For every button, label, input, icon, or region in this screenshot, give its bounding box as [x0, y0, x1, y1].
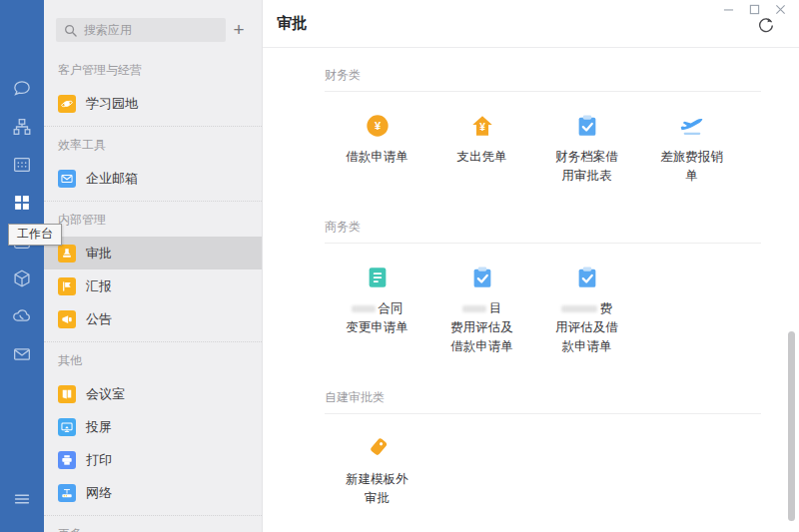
sidebar-item-label: 会议室: [86, 385, 125, 403]
sidebar-item-study-planet[interactable]: 学习园地: [44, 87, 262, 120]
rail-cloud-call-icon[interactable]: [0, 297, 44, 335]
app-item-label: 新建模板外审批: [346, 470, 408, 508]
refresh-icon[interactable]: [755, 15, 777, 37]
rail-workdrive-box-icon[interactable]: [0, 260, 44, 297]
rail-calendar-icon[interactable]: [0, 146, 44, 184]
sidebar-item-door[interactable]: 会议室: [44, 377, 262, 410]
maximize-icon[interactable]: [741, 0, 767, 18]
sidebar-item-network-router[interactable]: 网络: [44, 476, 262, 509]
app-item-clipboard-check[interactable]: 费用评估及借款申请单: [534, 263, 639, 356]
app-item-label: 支出凭单: [457, 148, 507, 167]
window-controls: [715, 0, 793, 18]
redacted-text: [462, 305, 486, 312]
search-input[interactable]: [56, 18, 226, 42]
clipboard-check-icon: [469, 263, 495, 290]
page-title: 审批: [277, 14, 307, 33]
group-label: 内部管理: [44, 202, 262, 237]
sidebar-item-envelope[interactable]: 企业邮箱: [44, 162, 262, 195]
search-row: +: [44, 18, 262, 42]
app-label-line: 变更申请单: [346, 318, 408, 337]
sidebar-item-megaphone[interactable]: 公告: [44, 302, 262, 335]
app-item-clipboard-check[interactable]: 目费用评估及借款申请单: [429, 263, 534, 356]
printer-icon: [58, 451, 76, 469]
label-text: 借款申请单: [346, 150, 408, 164]
svg-text:¥: ¥: [374, 120, 381, 132]
megaphone-icon: [58, 310, 76, 328]
cast-screen-icon: [58, 418, 76, 436]
sidebar-item-printer[interactable]: 打印: [44, 443, 262, 476]
label-text: 费: [600, 301, 613, 315]
door-icon: [58, 385, 76, 403]
approval-content: 财务类¥借款申请单¥支出凭单财务档案借用审批表差旅费报销单商务类合同变更申请单目…: [263, 48, 799, 512]
label-text: 新建模板外: [346, 472, 408, 486]
close-icon[interactable]: [767, 0, 793, 18]
app-item-yen-circle[interactable]: ¥借款申请单: [325, 111, 429, 186]
app-grid: 合同变更申请单目费用评估及借款申请单费用评估及借款申请单: [325, 244, 761, 360]
label-text: 用审批表: [562, 169, 612, 183]
label-text: 财务档案借: [555, 150, 618, 164]
app-grid: 新建模板外审批: [325, 414, 761, 512]
yen-house-icon: ¥: [469, 111, 495, 139]
label-text: 支出凭单: [457, 150, 507, 164]
app-label-line: 借款申请单: [450, 337, 513, 356]
redacted-text: [352, 305, 376, 312]
label-text: 单: [685, 169, 698, 183]
sidebar-group: 更多$对外收款会议: [44, 515, 262, 532]
group-label: 效率工具: [44, 127, 262, 162]
left-rail: [0, 0, 44, 532]
app-label-line: 费: [555, 299, 618, 318]
section-label: 自建审批类: [325, 380, 761, 413]
group-label: 其他: [44, 342, 262, 377]
redacted-text: [561, 305, 597, 312]
sidebar-item-label: 学习园地: [86, 95, 138, 113]
rail-chat-icon[interactable]: [0, 70, 44, 108]
clipboard-check-icon: [574, 263, 600, 290]
scrollbar-thumb[interactable]: [788, 331, 795, 521]
sidebar-group: 其他会议室投屏打印网络: [44, 341, 262, 509]
add-app-button[interactable]: +: [226, 18, 252, 42]
app-item-clipboard-check[interactable]: 财务档案借用审批表: [534, 111, 639, 186]
clipboard-check-icon: [574, 111, 600, 139]
app-label-line: 差旅费报销: [660, 148, 723, 167]
sidebar-item-stamp[interactable]: 审批: [44, 237, 262, 269]
section-label: 财务类: [325, 58, 761, 91]
yen-circle-icon: ¥: [365, 111, 391, 139]
app-sidebar: + 客户管理与经营学习园地效率工具企业邮箱内部管理审批汇报公告其他会议室投屏打印…: [44, 0, 263, 532]
group-label: 更多: [44, 516, 262, 532]
label-text: 用评估及借: [555, 320, 618, 334]
sidebar-group: 内部管理审批汇报公告: [44, 201, 262, 335]
app-item-label: 费用评估及借款申请单: [555, 299, 618, 356]
app-item-label: 差旅费报销单: [660, 148, 723, 186]
sidebar-item-label: 审批: [86, 245, 112, 263]
rail-menu-icon[interactable]: [0, 480, 44, 518]
app-label-line: 款申请单: [555, 337, 618, 356]
search-box: [56, 18, 226, 42]
app-item-airplane[interactable]: 差旅费报销单: [639, 111, 744, 186]
rail-org-contacts-icon[interactable]: [0, 108, 44, 146]
network-router-icon: [58, 484, 76, 502]
group-label: 客户管理与经营: [44, 52, 262, 87]
sidebar-item-label: 投屏: [86, 418, 112, 436]
sidebar-item-flag[interactable]: 汇报: [44, 269, 262, 302]
label-text: 审批: [365, 491, 390, 505]
sidebar-item-label: 汇报: [86, 277, 112, 295]
sidebar-item-cast-screen[interactable]: 投屏: [44, 410, 262, 443]
label-text: 合同: [379, 301, 403, 315]
tag-icon: [365, 433, 391, 461]
sidebar-item-label: 企业邮箱: [86, 170, 138, 188]
app-item-yen-house[interactable]: ¥支出凭单: [429, 111, 534, 186]
label-text: 目: [489, 301, 502, 315]
app-item-tag[interactable]: 新建模板外审批: [325, 433, 429, 508]
main-panel: 审批 财务类¥借款申请单¥支出凭单财务档案借用审批表差旅费报销单商务类合同变更申…: [263, 0, 799, 532]
app-item-doc-lines[interactable]: 合同变更申请单: [325, 263, 429, 356]
sidebar-item-label: 公告: [86, 310, 112, 328]
sidebar-item-label: 打印: [86, 451, 112, 469]
app-label-line: 单: [660, 167, 723, 186]
app-item-label: 借款申请单: [346, 148, 408, 167]
app-label-line: 借款申请单: [346, 148, 408, 167]
rail-workbench-icon[interactable]: [0, 184, 44, 222]
minimize-icon[interactable]: [715, 0, 741, 18]
app-item-label: 合同变更申请单: [346, 299, 408, 337]
label-text: 费用评估及: [450, 320, 513, 334]
rail-mail-icon[interactable]: [0, 335, 44, 373]
